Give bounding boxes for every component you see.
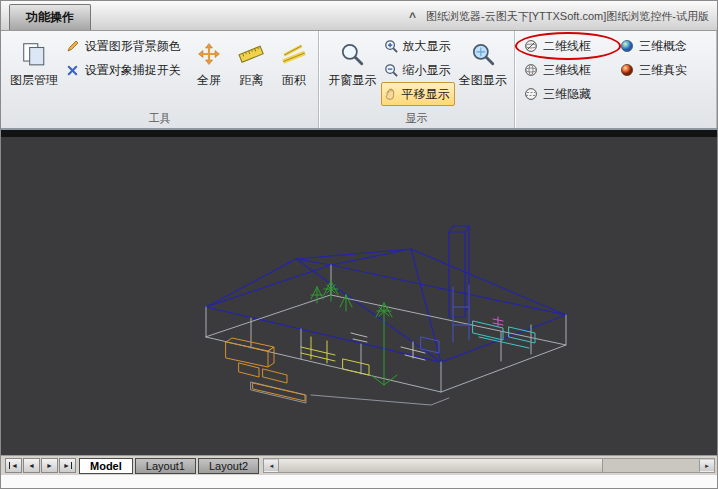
window-zoom-label: 开窗显示	[328, 72, 376, 89]
distance-label: 距离	[239, 72, 263, 89]
app-window: 功能操作 ^ 图纸浏览器-云图天下[YTTXSoft.com]图纸浏览控件-试用…	[0, 0, 718, 489]
hidden-3d-label: 三维隐藏	[543, 86, 591, 103]
tab-model-label: Model	[90, 460, 122, 472]
layout-tabbar: ◄ ◄ ► ► Model Layout1 Layout2 ◄ ►	[1, 455, 717, 475]
last-tab-icon: ►	[63, 462, 72, 469]
wireframe-3d-icon	[523, 62, 539, 78]
scroll-left-button[interactable]: ◄	[264, 459, 279, 472]
tab-function-operations[interactable]: 功能操作	[9, 4, 91, 30]
wireframe-2d-button[interactable]: 二维线框	[520, 34, 598, 58]
tab-layout1-label: Layout1	[146, 460, 185, 472]
layer-manage-label: 图层管理	[10, 72, 58, 89]
zoom-in-button[interactable]: 放大显示	[381, 34, 455, 58]
zoom-extents-icon	[469, 40, 497, 68]
hand-icon	[384, 86, 398, 102]
pan-label: 平移显示	[402, 86, 450, 103]
ribbon-group-tools-body: 图层管理 设置图形背景颜色 设置对象捕捉开关	[1, 31, 318, 111]
titlebar: 功能操作 ^ 图纸浏览器-云图天下[YTTXSoft.com]图纸浏览控件-试用…	[1, 1, 717, 31]
window-title: 图纸浏览器-云图天下[YTTXSoft.com]图纸浏览控件-试用版	[426, 9, 709, 24]
layer-manage-button[interactable]: 图层管理	[6, 34, 62, 111]
next-tab-icon: ►	[46, 462, 53, 469]
ribbon-group-tools: 图层管理 设置图形背景颜色 设置对象捕捉开关	[1, 31, 319, 128]
ruler-icon	[237, 40, 265, 68]
realistic-sphere-icon	[619, 62, 635, 78]
layers-icon	[20, 40, 48, 68]
wireframe-2d-label: 二维线框	[543, 38, 591, 55]
zoom-out-label: 缩小显示	[403, 62, 451, 79]
hidden-3d-button[interactable]: 三维隐藏	[520, 82, 616, 106]
scroll-right-icon: ►	[704, 463, 710, 469]
conceptual-3d-label: 三维概念	[639, 38, 687, 55]
snap-x-icon	[65, 62, 81, 78]
ribbon-tab-label: 功能操作	[26, 10, 74, 24]
ribbon-group-display: 开窗显示 放大显示 缩小显示	[319, 31, 515, 128]
scroll-left-icon: ◄	[269, 463, 275, 469]
zoom-all-button[interactable]: 全图显示	[455, 34, 512, 111]
ribbon-group-render-label	[515, 111, 716, 128]
ribbon: 图层管理 设置图形背景颜色 设置对象捕捉开关	[1, 31, 717, 130]
hidden-3d-icon	[523, 86, 539, 102]
first-tab-button[interactable]: ◄	[5, 458, 22, 473]
zoom-out-button[interactable]: 缩小显示	[381, 58, 455, 82]
window-zoom-button[interactable]: 开窗显示	[324, 34, 381, 111]
scrollbar-track[interactable]	[603, 459, 699, 472]
zoom-out-icon	[384, 62, 399, 78]
ribbon-group-display-body: 开窗显示 放大显示 缩小显示	[319, 31, 514, 111]
object-snap-toggle-button[interactable]: 设置对象捕捉开关	[62, 58, 188, 82]
horizontal-scrollbar[interactable]: ◄ ►	[263, 458, 715, 473]
wireframe-3d-label: 三维线框	[543, 62, 591, 79]
display-small-stack: 放大显示 缩小显示 平移显示	[381, 34, 455, 111]
conceptual-3d-button[interactable]: 三维概念	[616, 34, 712, 58]
fullscreen-label: 全屏	[197, 72, 221, 89]
ribbon-group-render-body: 二维线框 三维线框 三维隐藏	[515, 31, 716, 111]
realistic-3d-label: 三维真实	[639, 62, 687, 79]
scroll-right-button[interactable]: ►	[699, 459, 714, 472]
zoom-in-label: 放大显示	[403, 38, 451, 55]
area-icon	[280, 40, 308, 68]
set-background-color-label: 设置图形背景颜色	[85, 38, 181, 55]
magnifier-icon	[338, 40, 366, 68]
last-tab-button[interactable]: ►	[59, 458, 76, 473]
object-snap-toggle-label: 设置对象捕捉开关	[85, 62, 181, 79]
ribbon-group-display-label: 显示	[319, 111, 514, 128]
ribbon-group-tools-label: 工具	[1, 111, 318, 128]
tab-layout2[interactable]: Layout2	[198, 458, 259, 474]
tab-layout2-label: Layout2	[209, 460, 248, 472]
pan-button[interactable]: 平移显示	[381, 82, 455, 106]
fullscreen-button[interactable]: 全屏	[188, 34, 230, 111]
footer-strip	[1, 475, 717, 489]
render-stack-right: 三维概念 三维真实	[616, 34, 712, 111]
realistic-3d-button[interactable]: 三维真实	[616, 58, 712, 82]
titlebar-right: ^ 图纸浏览器-云图天下[YTTXSoft.com]图纸浏览控件-试用版	[409, 9, 709, 24]
area-button[interactable]: 面积	[273, 34, 315, 111]
pencil-icon	[65, 38, 81, 54]
tab-layout1[interactable]: Layout1	[135, 458, 196, 474]
wireframe-house-drawing	[1, 137, 717, 455]
zoom-all-label: 全图显示	[459, 72, 507, 89]
first-tab-icon: ◄	[9, 462, 18, 469]
zoom-in-icon	[384, 38, 399, 54]
drawing-canvas[interactable]	[1, 130, 717, 455]
ribbon-group-render: 二维线框 三维线框 三维隐藏	[515, 31, 717, 128]
prev-tab-icon: ◄	[28, 462, 35, 469]
conceptual-sphere-icon	[619, 38, 635, 54]
scrollbar-thumb[interactable]	[279, 459, 603, 472]
move-arrows-icon	[195, 40, 223, 68]
area-label: 面积	[282, 72, 306, 89]
next-tab-button[interactable]: ►	[41, 458, 58, 473]
wireframe-2d-icon	[523, 38, 539, 54]
tools-small-stack: 设置图形背景颜色 设置对象捕捉开关	[62, 34, 188, 111]
tab-model[interactable]: Model	[79, 458, 133, 474]
set-background-color-button[interactable]: 设置图形背景颜色	[62, 34, 188, 58]
render-stack-left: 二维线框 三维线框 三维隐藏	[520, 34, 616, 111]
ribbon-collapse-icon[interactable]: ^	[409, 12, 416, 22]
wireframe-3d-button[interactable]: 三维线框	[520, 58, 616, 82]
distance-button[interactable]: 距离	[230, 34, 272, 111]
prev-tab-button[interactable]: ◄	[23, 458, 40, 473]
